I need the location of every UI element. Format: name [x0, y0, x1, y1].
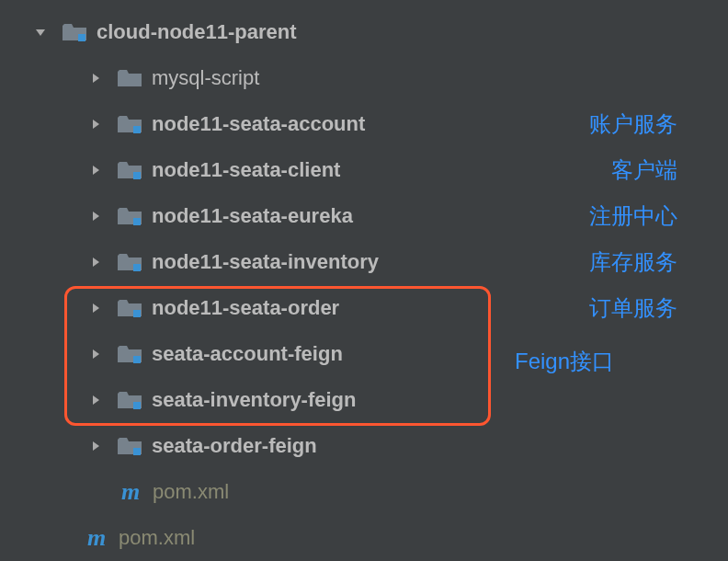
- svg-rect-0: [78, 34, 85, 41]
- tree-child-row[interactable]: m pom.xml: [0, 469, 728, 515]
- module-folder-icon: [117, 160, 142, 180]
- svg-rect-5: [133, 310, 141, 317]
- tree-node-label: cloud-node11-parent: [97, 20, 297, 44]
- chevron-right-icon[interactable]: [87, 116, 104, 132]
- chevron-right-icon[interactable]: [87, 438, 104, 454]
- svg-rect-2: [133, 172, 141, 179]
- module-folder-icon: [117, 344, 142, 364]
- maven-icon: m: [87, 524, 111, 552]
- tree-child-row[interactable]: node11-seata-account 账户服务: [0, 101, 728, 147]
- tree-root-row[interactable]: cloud-node11-parent: [0, 9, 728, 55]
- chevron-right-icon[interactable]: [87, 392, 104, 408]
- tree-child-row[interactable]: seata-inventory-feign: [0, 377, 728, 423]
- tree-node-label: node11-seata-account: [152, 112, 365, 136]
- tree-node-label: node11-seata-order: [152, 296, 339, 320]
- module-folder-icon: [117, 114, 142, 134]
- maven-icon: m: [121, 478, 145, 506]
- chevron-down-icon[interactable]: [32, 24, 49, 40]
- annotation-label: 客户端: [611, 155, 728, 185]
- tree-child-row[interactable]: node11-seata-client 客户端: [0, 147, 728, 193]
- tree-child-row[interactable]: seata-order-feign: [0, 423, 728, 469]
- tree-child-row[interactable]: node11-seata-eureka 注册中心: [0, 193, 728, 239]
- tree-node-label: pom.xml: [153, 480, 229, 504]
- annotation-label: 库存服务: [589, 247, 728, 277]
- chevron-right-icon[interactable]: [87, 300, 104, 316]
- annotation-label: 注册中心: [589, 201, 728, 231]
- module-folder-icon: [117, 252, 142, 272]
- chevron-right-icon[interactable]: [87, 346, 104, 362]
- svg-rect-4: [133, 264, 141, 271]
- svg-rect-6: [133, 356, 141, 363]
- chevron-right-icon[interactable]: [87, 254, 104, 270]
- tree-root-pom-row[interactable]: m pom.xml: [0, 515, 728, 561]
- folder-icon: [117, 68, 142, 88]
- tree-child-row[interactable]: node11-seata-inventory 库存服务: [0, 239, 728, 285]
- svg-rect-7: [133, 402, 141, 409]
- chevron-right-icon[interactable]: [87, 208, 104, 224]
- tree-node-label: pom.xml: [119, 526, 195, 550]
- svg-rect-3: [133, 218, 141, 225]
- tree-node-label: seata-order-feign: [152, 434, 317, 458]
- tree-child-row[interactable]: node11-seata-order 订单服务: [0, 285, 728, 331]
- tree-node-label: node11-seata-eureka: [152, 204, 353, 228]
- annotation-label: 订单服务: [589, 293, 728, 323]
- module-folder-icon: [117, 206, 142, 226]
- tree-node-label: mysql-script: [152, 66, 259, 90]
- tree-node-label: node11-seata-inventory: [152, 250, 379, 274]
- chevron-right-icon[interactable]: [87, 70, 104, 86]
- annotation-label: 账户服务: [589, 109, 728, 139]
- feign-annotation-label: Feign接口: [515, 347, 614, 376]
- tree-node-label: seata-inventory-feign: [152, 388, 357, 412]
- tree-child-row[interactable]: mysql-script: [0, 55, 728, 101]
- svg-rect-1: [133, 126, 141, 133]
- svg-rect-8: [133, 448, 141, 455]
- module-folder-icon: [117, 436, 142, 456]
- tree-node-label: seata-account-feign: [152, 342, 343, 366]
- tree-node-label: node11-seata-client: [152, 158, 340, 182]
- module-folder-icon: [117, 298, 142, 318]
- chevron-right-icon[interactable]: [87, 162, 104, 178]
- module-folder-icon: [62, 22, 87, 42]
- tree-child-row[interactable]: seata-account-feign: [0, 331, 728, 377]
- module-folder-icon: [117, 390, 142, 410]
